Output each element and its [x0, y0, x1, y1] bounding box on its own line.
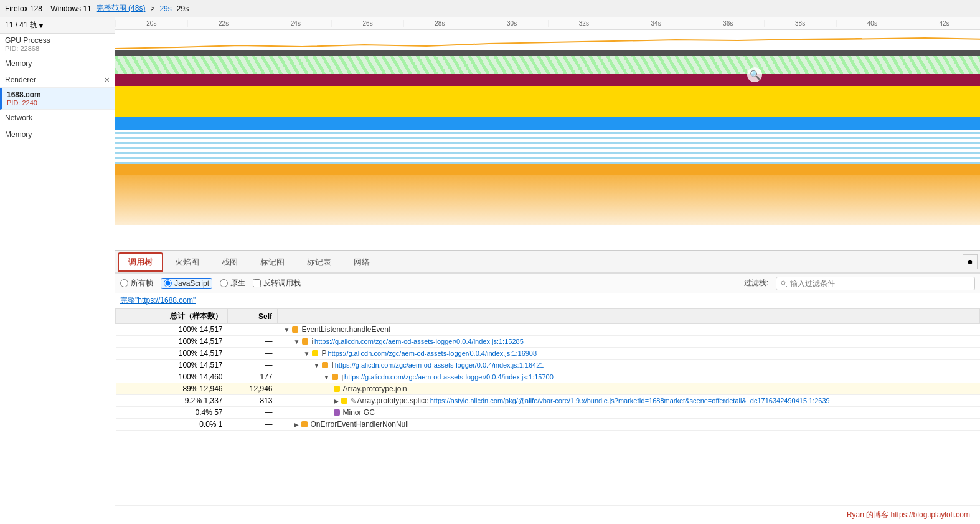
- function-name: I: [331, 361, 333, 369]
- thread-dropdown-icon[interactable]: ▼: [37, 21, 45, 30]
- table-row[interactable]: 9.2% 1,337813▶✎ Array.prototype.splice h…: [116, 395, 980, 407]
- col-self: Self: [228, 309, 278, 324]
- function-link[interactable]: https://astyle.alicdn.com/pkg/@alife/vba…: [430, 397, 830, 404]
- sidebar-network: Network: [0, 110, 115, 126]
- orange-icon: [332, 374, 338, 380]
- sidebar-site[interactable]: 1688.com PID: 2240: [0, 88, 115, 110]
- tab-markerChart[interactable]: 标记图: [250, 252, 295, 272]
- orange-icon: [302, 338, 308, 345]
- call-tree-table: 总计（样本数） Self 100% 14,517—▼EventListener.…: [115, 308, 980, 505]
- tree-arrow-icon[interactable]: ▼: [294, 338, 300, 345]
- function-link[interactable]: https://g.alicdn.com/zgc/aem-od-assets-l…: [314, 338, 524, 345]
- table-row[interactable]: 100% 14,517—▼P https://g.alicdn.com/zgc/…: [116, 348, 980, 360]
- record-button[interactable]: ⏺: [963, 254, 978, 269]
- tree-arrow-icon[interactable]: ▼: [324, 374, 330, 381]
- orange-icon: [322, 362, 328, 368]
- renderer-close-icon[interactable]: ×: [105, 75, 110, 85]
- cell-total: 0.4% 57: [116, 407, 228, 419]
- col-name: [278, 309, 980, 324]
- range-link2: 29s: [177, 4, 189, 13]
- tree-arrow-icon[interactable]: ▼: [304, 350, 310, 357]
- function-name: Minor GC: [343, 408, 375, 417]
- range-label[interactable]: 完整范围 (48s): [97, 3, 146, 14]
- tab-flame[interactable]: 火焰图: [164, 252, 210, 272]
- radio-native-label: 原生: [230, 278, 245, 288]
- table-row[interactable]: 89% 12,94612,946Array.prototype.join: [116, 383, 980, 395]
- function-link[interactable]: https://g.alicdn.com/zgc/aem-od-assets-l…: [327, 350, 537, 357]
- filter-bar: 所有帧 JavaScript 原生 反转调用栈 过滤栈:: [115, 274, 980, 293]
- table-row[interactable]: 100% 14,460177▼j https://g.alicdn.com/zg…: [116, 371, 980, 383]
- function-name: Array.prototype.splice: [357, 396, 429, 405]
- function-name: i: [311, 337, 313, 346]
- separator: >: [150, 4, 154, 13]
- ruler-tick: 22s: [187, 20, 260, 27]
- breadcrumb[interactable]: 完整"https://1688.com": [115, 293, 980, 308]
- radio-all-frames[interactable]: 所有帧: [120, 278, 153, 288]
- ruler-tick: 26s: [331, 20, 403, 27]
- browser-title: Firefox 128 – Windows 11: [5, 4, 92, 13]
- footer-text[interactable]: Ryan 的博客 https://blog.iplayloli.com: [847, 510, 970, 519]
- tree-arrow-icon[interactable]: ▼: [314, 362, 320, 369]
- chart-area[interactable]: 🔍: [115, 30, 980, 251]
- page-footer: Ryan 的博客 https://blog.iplayloli.com: [115, 505, 980, 524]
- function-name: P: [321, 349, 326, 358]
- cell-name: ▼P https://g.alicdn.com/zgc/aem-od-asset…: [278, 348, 980, 360]
- cell-total: 100% 14,460: [116, 371, 228, 383]
- timeline-ruler: 20s22s24s26s28s30s32s34s36s38s40s42s: [115, 17, 980, 30]
- tree-arrow-icon[interactable]: ▶: [294, 421, 299, 428]
- orange-icon: [292, 326, 298, 333]
- table-row[interactable]: 100% 14,517—▼I https://g.alicdn.com/zgc/…: [116, 360, 980, 371]
- function-link[interactable]: https://g.alicdn.com/zgc/aem-od-assets-l…: [344, 373, 554, 381]
- bottom-panel: 调用树火焰图栈图标记图标记表网络 ⏺ 所有帧 JavaScript 原生: [115, 251, 980, 524]
- invert-callstack-checkbox[interactable]: [253, 279, 261, 287]
- range-link1[interactable]: 29s: [159, 4, 171, 13]
- tree-arrow-icon[interactable]: ▶: [334, 398, 339, 404]
- cell-self: —: [228, 348, 278, 360]
- top-bar: Firefox 128 – Windows 11 完整范围 (48s) > 29…: [0, 0, 980, 17]
- sidebar-memory2: Memory: [0, 126, 115, 143]
- ruler-tick: 24s: [260, 20, 332, 27]
- function-name: Array.prototype.join: [343, 384, 407, 393]
- site-name: 1688.com: [7, 90, 110, 99]
- tab-stack[interactable]: 栈图: [211, 252, 248, 272]
- cell-total: 0.0% 1: [116, 419, 228, 431]
- table-row[interactable]: 0.0% 1—▶OnErrorEventHandlerNonNull: [116, 419, 980, 431]
- tab-markerTable[interactable]: 标记表: [296, 252, 342, 272]
- thread-count: 11 / 41 轨: [5, 20, 37, 31]
- table-row[interactable]: 100% 14,517—▼EventListener.handleEvent: [116, 324, 980, 336]
- gpu-process-pid: PID: 22868: [5, 45, 110, 52]
- site-pid: PID: 2240: [7, 99, 110, 107]
- edit-icon[interactable]: ✎: [351, 397, 356, 405]
- zoom-icon[interactable]: 🔍: [747, 67, 762, 82]
- cell-self: 12,946: [228, 383, 278, 395]
- ruler-tick: 38s: [764, 20, 836, 27]
- cell-name: ▼EventListener.handleEvent: [278, 324, 980, 336]
- ruler-ticks: 20s22s24s26s28s30s32s34s36s38s40s42s: [115, 20, 980, 27]
- ruler-tick: 40s: [836, 20, 908, 27]
- cell-self: —: [228, 324, 278, 336]
- sidebar: 11 / 41 轨 ▼ GPU Process PID: 22868 Memor…: [0, 17, 115, 524]
- invert-callstack-label[interactable]: 反转调用栈: [253, 278, 301, 288]
- gpu-process-name: GPU Process: [5, 36, 110, 45]
- cell-name: ▼i https://g.alicdn.com/zgc/aem-od-asset…: [278, 336, 980, 348]
- yellow-icon: [334, 386, 340, 392]
- radio-native[interactable]: 原生: [220, 278, 245, 288]
- table-row[interactable]: 0.4% 57—Minor GC: [116, 407, 980, 419]
- cell-name: Minor GC: [278, 407, 980, 419]
- filter-input[interactable]: [776, 277, 975, 290]
- cell-total: 100% 14,517: [116, 348, 228, 360]
- col-total: 总计（样本数）: [116, 309, 228, 324]
- table-row[interactable]: 100% 14,517—▼i https://g.alicdn.com/zgc/…: [116, 336, 980, 348]
- radio-javascript[interactable]: JavaScript: [161, 278, 212, 289]
- yellow-icon: [341, 398, 347, 404]
- ruler-tick: 28s: [403, 20, 476, 27]
- ruler-tick: 36s: [692, 20, 764, 27]
- tab-network[interactable]: 网络: [343, 252, 380, 272]
- sidebar-renderer: Renderer ×: [0, 72, 115, 88]
- cell-total: 89% 12,946: [116, 383, 228, 395]
- function-link[interactable]: https://g.alicdn.com/zgc/aem-od-assets-l…: [335, 361, 544, 369]
- tab-calltree[interactable]: 调用树: [118, 252, 163, 272]
- cell-total: 100% 14,517: [116, 336, 228, 348]
- tree-arrow-icon[interactable]: ▼: [284, 326, 290, 333]
- main-layout: 11 / 41 轨 ▼ GPU Process PID: 22868 Memor…: [0, 17, 980, 524]
